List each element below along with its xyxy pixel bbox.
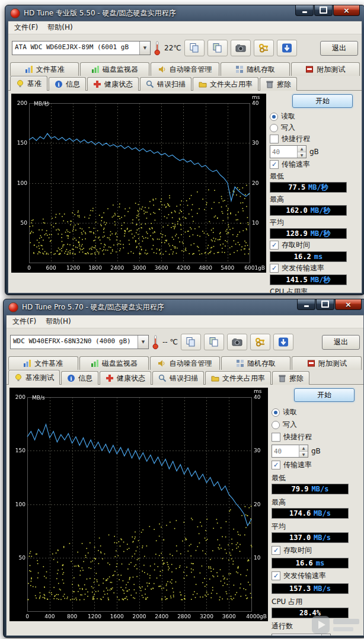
short-stroke-row: ▲▼ gB	[270, 145, 354, 158]
menu-help[interactable]: 帮助(H)	[42, 315, 74, 328]
hdtune-550-window: HD Tune 专业版 5.50 - 硬盘/固态硬盘实用程序 × 文件(F) 帮…	[5, 5, 364, 295]
save-results-button[interactable]	[273, 334, 293, 350]
health-cross-icon	[93, 80, 101, 88]
tab-label: 文件夹占用率	[222, 373, 265, 384]
burst-rate-value: 141.5MB/秒	[270, 274, 347, 285]
tab-benchmark[interactable]: 基准测试	[8, 370, 60, 385]
maximize-button[interactable]	[316, 299, 334, 310]
tab-random-access[interactable]: 随机存取	[221, 356, 291, 370]
tab-erase[interactable]: 擦除	[260, 77, 297, 91]
transfer-rate-checkbox[interactable]: 传输速率	[270, 159, 354, 170]
spinner-buttons[interactable]: ▲▼	[297, 146, 306, 158]
tab-aam[interactable]: 自动噪音管理	[151, 62, 219, 76]
copy-text-button[interactable]	[181, 334, 201, 350]
copy-image-icon	[208, 337, 220, 347]
tab-health[interactable]: 健康状态	[100, 371, 151, 385]
tab-erase[interactable]: 擦除	[272, 371, 309, 385]
save-results-button[interactable]	[277, 40, 297, 56]
access-time-checkbox[interactable]: 存取时间	[270, 240, 354, 250]
min-number: 79.9	[292, 485, 309, 493]
tab-info[interactable]: i信息	[49, 77, 86, 91]
tab-file-benchmark[interactable]: 文件基准	[10, 62, 79, 76]
tab-folder-usage[interactable]: 文件夹占用率	[205, 371, 271, 385]
tab-aam[interactable]: 自动噪音管理	[150, 356, 220, 370]
options-button[interactable]	[250, 334, 270, 350]
tab-info[interactable]: i信息	[61, 371, 98, 385]
spinner-buttons[interactable]: ▲▼	[299, 445, 308, 457]
tab-file-benchmark[interactable]: 文件基准	[8, 356, 78, 370]
caption-buttons: ×	[296, 299, 362, 310]
chevron-down-icon[interactable]: ▼	[139, 41, 150, 55]
copy-image-button[interactable]	[204, 334, 224, 350]
menu-file[interactable]: 文件(F)	[11, 21, 41, 34]
tab-disk-monitor[interactable]: 磁盘监视器	[80, 62, 149, 76]
spin-up-icon[interactable]: ▲	[299, 445, 308, 451]
drive-select[interactable]: ATA WDC WD60EJRX-89M (6001 gB ▼	[12, 41, 151, 55]
menu-file[interactable]: 文件(F)	[9, 315, 40, 328]
tab-row-secondary: 文件基准 磁盘监视器 自动噪音管理 随机存取 附加测试	[7, 356, 363, 370]
options-button[interactable]	[254, 40, 274, 56]
min-label: 最低	[270, 171, 354, 181]
short-stroke-value[interactable]	[270, 146, 297, 158]
menu-help[interactable]: 帮助(H)	[44, 21, 76, 34]
write-radio[interactable]: 写入	[270, 123, 354, 133]
spin-down-icon[interactable]: ▼	[299, 451, 308, 458]
spin-down-icon[interactable]: ▼	[298, 152, 306, 158]
tab-random-access[interactable]: 随机存取	[221, 62, 289, 76]
toolbar: ATA WDC WD60EJRX-89M (6001 gB ▼ 22℃ 退出	[8, 34, 362, 62]
window-client: 文件(F) 帮助(H) WDC WD40EFRX-68N32N0 (4000 g…	[6, 315, 364, 636]
benchmark-icon	[14, 373, 23, 382]
short-stroke-input[interactable]: ▲▼	[272, 445, 308, 458]
short-stroke-input[interactable]: ▲▼	[270, 145, 306, 158]
radio-icon	[272, 408, 280, 417]
tab-folder-usage[interactable]: 文件夹占用率	[193, 77, 258, 91]
minimize-button[interactable]	[295, 5, 314, 16]
tab-health[interactable]: 健康状态	[87, 77, 139, 91]
spin-up-icon[interactable]: ▲	[298, 146, 306, 152]
tab-error-scan[interactable]: 错误扫描	[152, 371, 204, 385]
chevron-down-icon[interactable]: ▼	[138, 336, 148, 349]
burst-rate-checkbox[interactable]: 突发传输速率	[270, 263, 354, 273]
tab-benchmark[interactable]: 基准	[10, 76, 47, 91]
short-stroke-checkbox[interactable]: 快捷行程	[270, 134, 354, 144]
close-button[interactable]: ×	[335, 299, 362, 310]
titlebar[interactable]: HD Tune Pro 5.70 - 硬盘/固态硬盘实用程序 ×	[6, 299, 364, 315]
tab-extra-tests[interactable]: 附加测试	[292, 356, 362, 370]
copy-image-button[interactable]	[207, 40, 228, 56]
tab-label: 信息	[78, 373, 92, 384]
screenshot-button[interactable]	[231, 40, 251, 56]
exit-button[interactable]: 退出	[320, 41, 358, 56]
start-button[interactable]: 开始	[294, 388, 355, 402]
exit-button[interactable]: 退出	[322, 335, 360, 350]
benchmark-panel: 开始 读取 写入 快捷行程 ▲▼ gB 传输速率 最低 77.5MB/秒 最高 …	[270, 94, 354, 293]
tab-disk-monitor[interactable]: 磁盘监视器	[79, 356, 149, 370]
tab-label: 健康状态	[104, 79, 133, 90]
read-radio[interactable]: 读取	[270, 111, 354, 122]
read-radio[interactable]: 读取	[272, 407, 356, 417]
temperature-value: -- ℃	[162, 338, 178, 346]
short-stroke-checkbox[interactable]: 快捷行程	[272, 432, 356, 442]
burst-unit: MB/s	[314, 584, 331, 593]
copy-text-button[interactable]	[184, 40, 205, 56]
maximize-button[interactable]	[314, 5, 333, 16]
close-icon: ×	[345, 301, 352, 308]
drive-select[interactable]: WDC WD40EFRX-68N32N0 (4000 gB) ▼	[10, 335, 149, 349]
tab-extra-tests[interactable]: 附加测试	[291, 62, 360, 76]
random-access-icon	[235, 65, 244, 74]
min-unit: MB/秒	[308, 183, 328, 193]
tab-label: 自动噪音管理	[169, 359, 212, 369]
tab-error-scan[interactable]: 错误扫描	[140, 77, 191, 91]
start-button[interactable]: 开始	[292, 94, 353, 108]
close-button[interactable]: ×	[333, 5, 360, 16]
minimize-button[interactable]	[297, 299, 315, 310]
min-number: 77.5	[288, 183, 305, 191]
screenshot-button[interactable]	[227, 334, 247, 350]
write-radio[interactable]: 写入	[272, 420, 356, 430]
short-stroke-value[interactable]	[272, 445, 299, 457]
trash-icon	[278, 374, 286, 382]
titlebar[interactable]: HD Tune 专业版 5.50 - 硬盘/固态硬盘实用程序 ×	[8, 5, 362, 21]
avg-number: 137.0	[289, 533, 311, 542]
access-time-checkbox[interactable]: 存取时间	[272, 545, 356, 555]
burst-rate-checkbox[interactable]: 突发传输速率	[272, 571, 356, 581]
transfer-rate-checkbox[interactable]: 传输速率	[272, 460, 356, 470]
